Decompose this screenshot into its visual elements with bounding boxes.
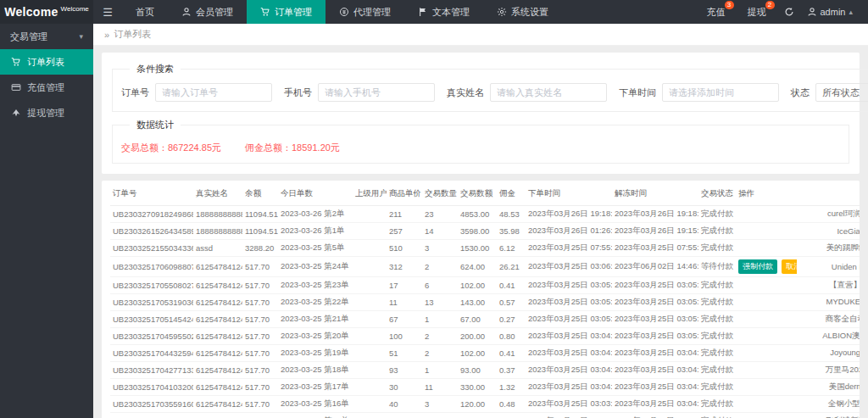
real-name: 61254784124 bbox=[193, 257, 242, 277]
trade-amount: 120.00 bbox=[458, 396, 497, 413]
parent-user bbox=[353, 240, 387, 257]
table-row: UB230325170531903661254784124517.702023-… bbox=[110, 294, 860, 311]
trade-status: 完成付款 bbox=[698, 311, 736, 328]
product-name: 飞利浦新安怡电动吸奶器按摩集奶全自动单 bbox=[797, 413, 860, 418]
commission: 48.53 bbox=[497, 206, 526, 223]
brand-logo[interactable]: Welcome Welcome bbox=[0, 0, 93, 24]
trade-qty: 23 bbox=[422, 206, 458, 223]
sidebar-item-label: 订单列表 bbox=[27, 56, 64, 69]
today-orders: 2023-03-25 第24单 bbox=[278, 257, 353, 277]
nav-item-1[interactable]: 会员管理 bbox=[168, 0, 247, 24]
field-input-2[interactable] bbox=[490, 83, 607, 102]
trade-status: 完成付款 bbox=[698, 240, 736, 257]
admin-menu[interactable]: admin ▴ bbox=[802, 7, 859, 17]
table-row: UB23032615264345891888888888811094.51202… bbox=[110, 223, 860, 240]
real-name: 61254784124 bbox=[193, 413, 242, 418]
col-header-4: 上级用户 bbox=[353, 182, 387, 206]
force-pay-button[interactable]: 强制付款 bbox=[738, 259, 777, 274]
trade-amount: 1530.00 bbox=[458, 240, 497, 257]
trade-qty: 6 bbox=[422, 277, 458, 294]
parent-user bbox=[353, 345, 387, 362]
commission: 0.27 bbox=[497, 311, 526, 328]
unit-price: 40 bbox=[387, 396, 422, 413]
sidebar-group-trade[interactable]: 交易管理 ▾ bbox=[0, 24, 93, 49]
table-row: UB230325170355916061254784124517.702023-… bbox=[110, 396, 860, 413]
col-header-3: 今日单数 bbox=[278, 182, 353, 206]
nav-item-label: 系统设置 bbox=[511, 6, 548, 19]
product-name: ALBION澳尔滨蔓荆凝萃精华油 草本凝萃全能 bbox=[797, 328, 860, 345]
withdraw-label: 提现 bbox=[748, 7, 766, 17]
status-select[interactable]: 所有状态 bbox=[815, 83, 868, 102]
cancel-order-button[interactable]: 取消订单 bbox=[782, 259, 797, 274]
commission: 6.12 bbox=[497, 240, 526, 257]
sidebar-item-2[interactable]: 提现管理 bbox=[0, 100, 93, 125]
field-label: 手机号 bbox=[284, 86, 318, 99]
balance: 11094.51 bbox=[242, 206, 278, 223]
recharge-link[interactable]: 充值 3 bbox=[697, 6, 736, 19]
order-no: UB2303261526434589 bbox=[110, 223, 193, 240]
sidebar-item-1[interactable]: 充值管理 bbox=[0, 75, 93, 100]
trade-status: 完成付款 bbox=[698, 379, 736, 396]
order-no: UB2303251703559160 bbox=[110, 396, 193, 413]
table-row: UB230325170340253761254784124517.702023-… bbox=[110, 413, 860, 418]
order-no: UB2303251704277133 bbox=[110, 362, 193, 379]
withdraw-link[interactable]: 提现 2 bbox=[737, 6, 776, 19]
order-time: 2023年03月25日 07:55:03 bbox=[526, 240, 612, 257]
sidebar-item-0[interactable]: 订单列表 bbox=[0, 49, 93, 75]
unfreeze-time: 2023年03月25日 03:04:33 bbox=[612, 362, 698, 379]
nav-item-4[interactable]: 文本管理 bbox=[404, 0, 483, 24]
today-orders: 2023-03-25 第17单 bbox=[278, 379, 353, 396]
field-label: 真实姓名 bbox=[447, 86, 490, 99]
table-row: UB230325170427713361254784124517.702023-… bbox=[110, 362, 860, 379]
product-name: IceGiant Prosiphon Elite CPU Cooler bbox=[797, 223, 860, 240]
product-name: 全钢小型保险箱60cm家用保险柜指纹45电 bbox=[797, 396, 860, 413]
field-input-3[interactable] bbox=[662, 83, 779, 102]
today-orders: 2023-03-25 第18单 bbox=[278, 362, 353, 379]
col-header-10: 解冻时间 bbox=[612, 182, 698, 206]
trade-qty: 3 bbox=[422, 240, 458, 257]
table-row: UB23032709182498681888888888811094.51202… bbox=[110, 206, 860, 223]
unit-price: 257 bbox=[387, 223, 422, 240]
sidebar-group-label: 交易管理 bbox=[10, 31, 47, 43]
orders-table: 订单号真实姓名余额今日单数上级用户商品单价交易数量交易数额佣金下单时间解冻时间交… bbox=[110, 182, 860, 418]
parent-user bbox=[353, 362, 387, 379]
breadcrumb-label: 订单列表 bbox=[114, 28, 151, 41]
field-input-0[interactable] bbox=[155, 83, 272, 102]
balance: 517.70 bbox=[242, 396, 278, 413]
parent-user bbox=[353, 413, 387, 418]
today-orders: 2023-03-25 第20单 bbox=[278, 328, 353, 345]
trade-status: 完成付款 bbox=[698, 328, 736, 345]
orders-table-card: 订单号真实姓名余额今日单数上级用户商品单价交易数量交易数额佣金下单时间解冻时间交… bbox=[102, 181, 860, 418]
search-field-3: 下单时间 bbox=[619, 83, 779, 102]
nav-item-2[interactable]: 订单管理 bbox=[247, 0, 326, 24]
trade-qty: 11 bbox=[422, 379, 458, 396]
chevron-up-icon: ▴ bbox=[849, 8, 853, 16]
admin-label: admin bbox=[821, 7, 846, 17]
actions-cell bbox=[736, 294, 797, 311]
real-name: 61254784124 bbox=[193, 277, 242, 294]
nav-item-3[interactable]: 代理管理 bbox=[326, 0, 404, 24]
table-body: UB23032709182498681888888888811094.51202… bbox=[110, 206, 860, 418]
product-name: 万里马2021春夏半皮女包新款软皮小香风包 bbox=[797, 362, 860, 379]
top-header: Welcome Welcome ☰ 首页会员管理订单管理代理管理文本管理系统设置… bbox=[0, 0, 868, 24]
refresh-icon[interactable] bbox=[778, 7, 800, 17]
unit-price: 30 bbox=[387, 379, 422, 396]
commission: 0.37 bbox=[497, 362, 526, 379]
nav-item-0[interactable]: 首页 bbox=[122, 0, 168, 24]
real-name: 61254784124 bbox=[193, 328, 242, 345]
order-no: UB2303251705145424 bbox=[110, 311, 193, 328]
col-header-12: 操作 bbox=[736, 182, 797, 206]
order-time: 2023年03月26日 01:26:43 bbox=[526, 223, 612, 240]
unfreeze-time: 2023年03月25日 03:05:05 bbox=[612, 328, 698, 345]
nav-item-5[interactable]: 系统设置 bbox=[483, 0, 562, 24]
order-time: 2023年03月25日 03:06:09 bbox=[526, 257, 612, 277]
product-name: 美国dermatix倍舒痕祛疤痕修复疤痕凝胶3 bbox=[797, 379, 860, 396]
trade-amount: 67.00 bbox=[458, 311, 497, 328]
trade-qty: 1 bbox=[422, 362, 458, 379]
balance: 517.70 bbox=[242, 379, 278, 396]
recharge-badge: 3 bbox=[725, 1, 734, 9]
menu-toggle-icon[interactable]: ☰ bbox=[93, 0, 122, 24]
product-name: MYDUKE X 9真无线蓝牙耳机双耳迷你隐形 bbox=[797, 294, 860, 311]
sidebar-item-label: 提现管理 bbox=[27, 107, 64, 120]
field-input-1[interactable] bbox=[318, 83, 435, 102]
